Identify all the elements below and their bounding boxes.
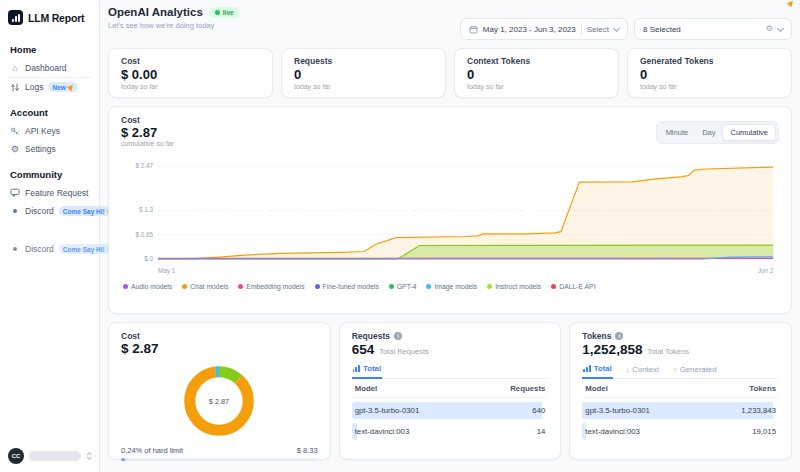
home-icon: ⌂ bbox=[10, 64, 20, 73]
progress-fill bbox=[121, 458, 125, 461]
date-range-picker[interactable]: May 1, 2023 - Jun 3, 2023 Select bbox=[460, 18, 628, 40]
sidebar-item-settings[interactable]: ⚙ Settings bbox=[8, 140, 91, 158]
sidebar-item-label: Logs bbox=[25, 82, 43, 92]
table-row[interactable]: text-davinci:00319,015 bbox=[582, 423, 779, 440]
cost-chart-card: Cost $ 2.87 cumulative so far Minute Day… bbox=[108, 106, 792, 314]
hard-limit-caption: 0.24% of hard limit bbox=[121, 446, 183, 455]
hard-limit-progressbar bbox=[121, 458, 318, 461]
legend-item: Fine-tuned models bbox=[315, 283, 379, 290]
tab-total[interactable]: Total bbox=[352, 364, 382, 379]
card-label: Requests bbox=[352, 331, 390, 341]
live-status-badge: live bbox=[209, 7, 240, 18]
card-caption: Total Tokens bbox=[647, 347, 689, 356]
model-name: text-davinci:003 bbox=[355, 427, 410, 436]
cumulative-cost-area-chart[interactable]: $ 0$ 0.65$ 1.3$ 2.47May 1Jun 2 bbox=[121, 155, 779, 281]
party-popper-icon bbox=[67, 83, 75, 91]
legend-item: DALL-E API bbox=[551, 283, 595, 290]
toggle-day[interactable]: Day bbox=[695, 124, 722, 141]
stat-card-generated-tokens: Generated Tokens 0 today so far bbox=[627, 48, 792, 98]
toggle-cumulative[interactable]: Cumulative bbox=[722, 124, 776, 141]
info-icon[interactable]: i bbox=[394, 332, 402, 340]
header-controls: May 1, 2023 - Jun 3, 2023 Select 8 Selec… bbox=[460, 18, 792, 40]
tab-context[interactable]: ↓ Context bbox=[625, 365, 660, 378]
toggle-minute[interactable]: Minute bbox=[659, 124, 696, 141]
legend-dot-icon bbox=[123, 284, 128, 289]
card-label: Cost bbox=[121, 331, 318, 341]
model-name: gpt-3.5-turbo-0301 bbox=[585, 406, 650, 415]
sidebar-item-logs[interactable]: Logs New bbox=[8, 78, 91, 96]
stat-value: $ 0.00 bbox=[121, 67, 260, 82]
info-icon[interactable]: i bbox=[615, 332, 623, 340]
table-row[interactable]: gpt-3.5-turbo-0301640 bbox=[352, 402, 549, 419]
sidebar-item-label: Discord bbox=[25, 244, 54, 254]
stat-card-requests: Requests 0 today so far bbox=[281, 48, 446, 98]
sidebar-item-api-keys[interactable]: API Keys bbox=[8, 122, 91, 140]
table-row[interactable]: gpt-3.5-turbo-03011,233,843 bbox=[582, 402, 779, 419]
gear-icon[interactable]: ⚙ bbox=[766, 25, 773, 33]
row-value: 1,233,843 bbox=[741, 406, 776, 415]
svg-text:$ 2.87: $ 2.87 bbox=[209, 397, 229, 406]
sidebar-section-home: Home bbox=[10, 44, 89, 55]
requests-card: Requests i 654 Total Requests Total Mode… bbox=[339, 322, 562, 460]
app-name: LLM Report bbox=[28, 12, 84, 24]
sidebar-item-label: Discord bbox=[25, 206, 54, 216]
page-header: OpenAI Analytics live Let's see how we'r… bbox=[108, 6, 792, 46]
stat-label: Generated Tokens bbox=[640, 56, 779, 66]
new-badge: New bbox=[48, 82, 77, 92]
card-value: $ 2.87 bbox=[121, 341, 318, 356]
hard-limit-amount: $ 8.33 bbox=[297, 446, 318, 455]
stat-value: 0 bbox=[467, 67, 606, 82]
legend-item: Audio models bbox=[123, 283, 172, 290]
tab-total[interactable]: Total bbox=[582, 364, 612, 379]
cost-donut-chart[interactable]: $ 2.87 bbox=[176, 358, 262, 444]
username-placeholder bbox=[29, 451, 81, 461]
models-multiselect[interactable]: 8 Selected ⚙ bbox=[634, 18, 792, 40]
table-row[interactable]: text-davinci:00314 bbox=[352, 423, 549, 440]
tokens-tabs: Total ↓ Context ↑ Generated bbox=[582, 364, 779, 379]
requests-tabs: Total bbox=[352, 364, 549, 379]
arrows-up-down-icon bbox=[10, 83, 20, 92]
model-name: text-davinci:003 bbox=[585, 427, 640, 436]
svg-text:May 1: May 1 bbox=[158, 267, 176, 275]
discord-icon bbox=[10, 207, 20, 215]
table-header: ModelRequests bbox=[352, 379, 549, 398]
tab-generated[interactable]: ↑ Generated bbox=[672, 365, 717, 378]
card-value: 654 bbox=[352, 342, 375, 357]
sidebar-item-discord[interactable]: Discord Come Say Hi! bbox=[8, 202, 91, 220]
main-content: OpenAI Analytics live Let's see how we'r… bbox=[100, 0, 800, 472]
calendar-icon bbox=[469, 25, 478, 34]
stat-caption: today so far bbox=[121, 83, 260, 90]
sidebar: LLM Report Home ⌂ Dashboard Logs New Acc… bbox=[0, 0, 100, 472]
chevron-down-icon bbox=[777, 24, 784, 31]
stat-cards-row: Cost $ 0.00 today so far Requests 0 toda… bbox=[108, 48, 792, 98]
cost-breakdown-card: Cost $ 2.87 $ 2.87 0.24% of hard limit $… bbox=[108, 322, 331, 460]
legend-dot-icon bbox=[182, 284, 187, 289]
sidebar-item-feature-request[interactable]: Feature Request bbox=[8, 184, 91, 202]
sidebar-item-label: API Keys bbox=[25, 126, 60, 136]
sidebar-item-dashboard[interactable]: ⌂ Dashboard bbox=[8, 59, 91, 78]
sidebar-item-label: Feature Request bbox=[25, 188, 88, 198]
avatar: CC bbox=[8, 448, 24, 464]
legend-dot-icon bbox=[315, 284, 320, 289]
svg-text:$ 1.3: $ 1.3 bbox=[139, 206, 153, 213]
arrow-down-icon: ↓ bbox=[626, 366, 630, 373]
gear-icon: ⚙ bbox=[10, 145, 20, 154]
sidebar-item-label: Dashboard bbox=[25, 63, 67, 73]
row-value: 19,015 bbox=[752, 427, 776, 436]
legend-dot-icon bbox=[238, 284, 243, 289]
svg-text:$ 0: $ 0 bbox=[144, 255, 153, 262]
sidebar-section-account: Account bbox=[10, 107, 89, 118]
legend-item: Embedding models bbox=[238, 283, 304, 290]
sidebar-item-discord-2[interactable]: Discord Come Say Hi! bbox=[8, 240, 91, 258]
user-account-selector[interactable]: CC bbox=[8, 448, 93, 464]
chart-legend: Audio modelsChat modelsEmbedding modelsF… bbox=[123, 283, 779, 290]
app-logo[interactable]: LLM Report bbox=[8, 8, 91, 33]
stat-card-context-tokens: Context Tokens 0 today so far bbox=[454, 48, 619, 98]
legend-dot-icon bbox=[389, 284, 394, 289]
tokens-card: Tokens i 1,252,858 Total Tokens Total ↓ … bbox=[569, 322, 792, 460]
svg-text:Jun 2: Jun 2 bbox=[758, 267, 774, 274]
preset-select[interactable]: Select bbox=[587, 25, 609, 34]
stat-caption: today so far bbox=[467, 83, 606, 90]
bar-chart-logo-icon bbox=[8, 10, 23, 25]
stat-value: 0 bbox=[294, 67, 433, 82]
